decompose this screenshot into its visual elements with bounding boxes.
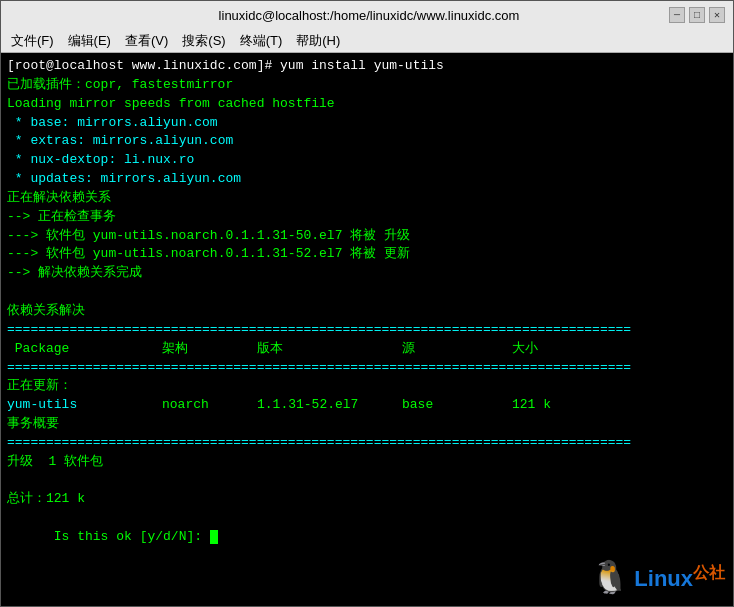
terminal-sep2: ========================================… xyxy=(7,359,727,378)
pkg-size-cell: 121 k xyxy=(512,396,572,415)
terminal-deps-resolved: 依赖关系解决 xyxy=(7,302,727,321)
terminal-line8: --> 正在检查事务 xyxy=(7,208,727,227)
window-controls: ─ □ ✕ xyxy=(669,7,725,23)
terminal-pkg-row: yum-utils noarch 1.1.31-52.el7 base 121 … xyxy=(7,396,727,415)
col-version-header: 版本 xyxy=(257,340,402,359)
terminal-upgrade-line: 升级 1 软件包 xyxy=(7,453,727,472)
terminal-summary-label: 事务概要 xyxy=(7,415,727,434)
terminal-line7: 正在解决依赖关系 xyxy=(7,189,727,208)
pkg-version-cell: 1.1.31-52.el7 xyxy=(257,396,402,415)
terminal-line5: * nux-dextop: li.nux.ro xyxy=(7,151,727,170)
window-title: linuxidc@localhost:/home/linuxidc/www.li… xyxy=(219,8,520,23)
watermark-linux: Linux xyxy=(634,567,693,592)
terminal-line2: Loading mirror speeds from cached hostfi… xyxy=(7,95,727,114)
menu-terminal[interactable]: 终端(T) xyxy=(234,30,289,52)
pkg-arch-cell: noarch xyxy=(162,396,257,415)
menu-search[interactable]: 搜索(S) xyxy=(176,30,231,52)
terminal-line12 xyxy=(7,283,727,302)
terminal-line11: --> 解决依赖关系完成 xyxy=(7,264,727,283)
terminal-area[interactable]: [root@localhost www.linuxidc.com]# yum i… xyxy=(1,53,733,606)
col-arch-header: 架构 xyxy=(162,340,257,359)
close-button[interactable]: ✕ xyxy=(709,7,725,23)
minimize-button[interactable]: ─ xyxy=(669,7,685,23)
terminal-blank xyxy=(7,472,727,491)
pkg-name-text: yum-utils xyxy=(7,397,77,412)
penguin-icon: 🐧 xyxy=(590,558,630,598)
terminal-cursor xyxy=(210,530,218,544)
terminal-line10: ---> 软件包 yum-utils.noarch.0.1.1.31-52.el… xyxy=(7,245,727,264)
col-package-header: Package xyxy=(7,340,162,359)
watermark-suffix: 公社 xyxy=(693,564,725,581)
menu-edit[interactable]: 编辑(E) xyxy=(62,30,117,52)
terminal-line3: * base: mirrors.aliyun.com xyxy=(7,114,727,133)
terminal-total-line: 总计：121 k xyxy=(7,490,727,509)
title-bar: linuxidc@localhost:/home/linuxidc/www.li… xyxy=(1,1,733,29)
col-size-header: 大小 xyxy=(512,340,572,359)
maximize-button[interactable]: □ xyxy=(689,7,705,23)
watermark-text: Linux公社 xyxy=(634,563,725,592)
terminal-sep3: ========================================… xyxy=(7,434,727,453)
terminal-line1: 已加载插件：copr, fastestmirror xyxy=(7,76,727,95)
menu-view[interactable]: 查看(V) xyxy=(119,30,174,52)
terminal-sep1: ========================================… xyxy=(7,321,727,340)
terminal-line6: * updates: mirrors.aliyun.com xyxy=(7,170,727,189)
pkg-source-cell: base xyxy=(402,396,512,415)
terminal-table-header: Package 架构 版本 源 大小 xyxy=(7,340,727,359)
terminal-line9: ---> 软件包 yum-utils.noarch.0.1.1.31-50.el… xyxy=(7,227,727,246)
menu-file[interactable]: 文件(F) xyxy=(5,30,60,52)
terminal-window: linuxidc@localhost:/home/linuxidc/www.li… xyxy=(0,0,734,607)
terminal-prompt-line: [root@localhost www.linuxidc.com]# yum i… xyxy=(7,57,727,76)
col-source-header: 源 xyxy=(402,340,512,359)
terminal-updating-label: 正在更新： xyxy=(7,377,727,396)
pkg-name-cell: yum-utils xyxy=(7,396,162,415)
terminal-line4: * extras: mirrors.aliyun.com xyxy=(7,132,727,151)
terminal-prompt-text: Is this ok [y/d/N]: xyxy=(54,529,210,544)
watermark: 🐧 Linux公社 xyxy=(590,558,725,598)
menu-bar: 文件(F) 编辑(E) 查看(V) 搜索(S) 终端(T) 帮助(H) xyxy=(1,29,733,53)
menu-help[interactable]: 帮助(H) xyxy=(290,30,346,52)
